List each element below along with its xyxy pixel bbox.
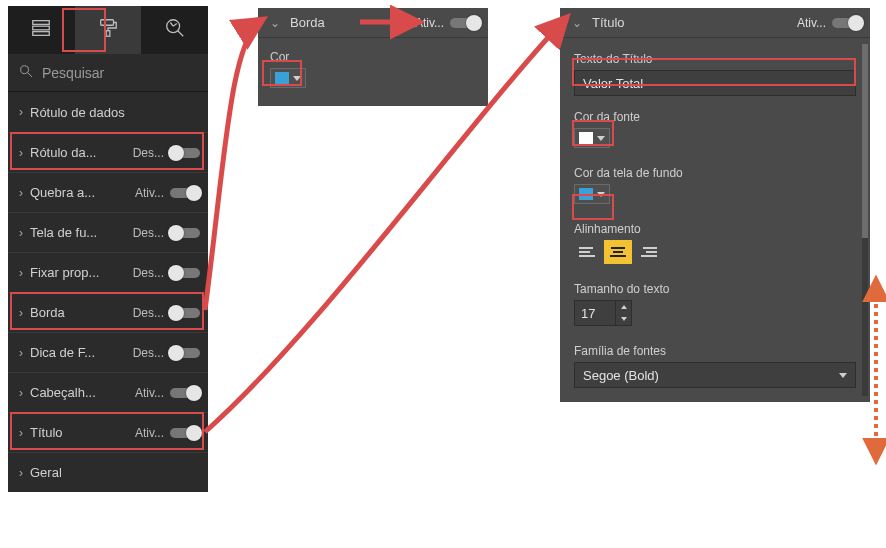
spinner-down-button[interactable]	[616, 313, 631, 325]
format-item[interactable]: ›Tela de fu...Des...	[8, 212, 208, 252]
svg-rect-2	[33, 32, 50, 36]
format-item-toggle[interactable]	[170, 188, 200, 198]
chevron-down-icon	[293, 76, 301, 81]
chevron-down-icon	[597, 136, 605, 141]
format-item-toggle[interactable]	[170, 388, 200, 398]
chevron-right-icon: ›	[12, 426, 30, 440]
panel-titulo-title: Título	[592, 15, 625, 30]
format-item-state: Ativ...	[130, 386, 164, 400]
tab-analytics[interactable]	[141, 6, 208, 54]
chevron-down-icon: ⌄	[568, 16, 586, 30]
color-swatch	[579, 188, 593, 200]
format-item-toggle[interactable]	[170, 428, 200, 438]
label-tamanho-texto: Tamanho do texto	[574, 282, 856, 296]
svg-point-7	[21, 65, 29, 73]
panel-titulo-state: Ativ...	[797, 16, 826, 30]
chevron-right-icon: ›	[12, 466, 30, 480]
color-swatch	[579, 132, 593, 144]
format-item-state: Des...	[130, 146, 164, 160]
color-picker-fonte[interactable]	[574, 128, 610, 148]
format-item-state: Des...	[130, 266, 164, 280]
chevron-right-icon: ›	[12, 266, 30, 280]
format-item[interactable]: ›Geral	[8, 452, 208, 492]
scrollbar-thumb[interactable]	[862, 44, 868, 238]
format-item[interactable]: ›Fixar prop...Des...	[8, 252, 208, 292]
spinner-up-button[interactable]	[616, 301, 631, 313]
format-item[interactable]: ›Cabeçalh...Ativ...	[8, 372, 208, 412]
format-item-state: Des...	[130, 306, 164, 320]
panel-titulo-header[interactable]: ⌄ Título Ativ...	[560, 8, 870, 38]
format-options-list: ›Rótulo de dados›Rótulo da...Des...›Queb…	[8, 92, 208, 492]
search-icon	[18, 63, 34, 83]
format-item-state: Ativ...	[130, 186, 164, 200]
format-item-state: Des...	[130, 346, 164, 360]
format-item[interactable]: ›Rótulo da...Des...	[8, 132, 208, 172]
chevron-right-icon: ›	[12, 386, 30, 400]
panel-borda-header[interactable]: ⌄ Borda Ativ...	[258, 8, 488, 38]
format-item-label: Rótulo de dados	[30, 105, 200, 120]
format-item-label: Cabeçalh...	[30, 385, 130, 400]
paint-roller-icon	[97, 17, 119, 43]
label-borda-cor: Cor	[270, 50, 476, 64]
format-item-label: Geral	[30, 465, 200, 480]
panel-titulo: ⌄ Título Ativ... Texto do Título Cor da …	[560, 8, 870, 402]
svg-rect-0	[33, 21, 50, 25]
scrollbar[interactable]	[862, 44, 868, 396]
color-picker-borda[interactable]	[270, 68, 306, 88]
chevron-right-icon: ›	[12, 346, 30, 360]
panel-borda-title: Borda	[290, 15, 325, 30]
format-item-toggle[interactable]	[170, 308, 200, 318]
chevron-right-icon: ›	[12, 186, 30, 200]
search-input[interactable]	[42, 65, 217, 81]
format-panel-sidebar: ›Rótulo de dados›Rótulo da...Des...›Queb…	[8, 6, 208, 492]
panel-borda-state: Ativ...	[415, 16, 444, 30]
format-item[interactable]: ›Rótulo de dados	[8, 92, 208, 132]
chevron-right-icon: ›	[12, 306, 30, 320]
format-item-label: Fixar prop...	[30, 265, 130, 280]
align-center-button[interactable]	[604, 240, 632, 264]
format-item-label: Rótulo da...	[30, 145, 130, 160]
format-item-label: Borda	[30, 305, 130, 320]
svg-line-6	[177, 31, 183, 37]
select-value: Segoe (Bold)	[583, 368, 659, 383]
panel-borda-toggle[interactable]	[450, 18, 480, 28]
chevron-right-icon: ›	[12, 226, 30, 240]
format-item-label: Tela de fu...	[30, 225, 130, 240]
align-right-button[interactable]	[634, 240, 662, 264]
format-item[interactable]: ›BordaDes...	[8, 292, 208, 332]
svg-line-8	[28, 73, 32, 77]
format-item-label: Quebra a...	[30, 185, 130, 200]
spinner-tamanho-texto[interactable]	[574, 300, 632, 326]
panel-borda: ⌄ Borda Ativ... Cor	[258, 8, 488, 106]
label-cor-fundo: Cor da tela de fundo	[574, 166, 856, 180]
analytics-icon	[164, 17, 186, 43]
format-item-toggle[interactable]	[170, 348, 200, 358]
tab-format[interactable]	[75, 6, 142, 54]
format-item[interactable]: ›TítuloAtiv...	[8, 412, 208, 452]
format-item-toggle[interactable]	[170, 268, 200, 278]
chevron-right-icon: ›	[12, 105, 30, 119]
label-cor-fonte: Cor da fonte	[574, 110, 856, 124]
alignment-group	[574, 240, 856, 264]
format-item[interactable]: ›Dica de F...Des...	[8, 332, 208, 372]
chevron-down-icon	[597, 192, 605, 197]
search-bar	[8, 54, 208, 92]
select-familia-fontes[interactable]: Segoe (Bold)	[574, 362, 856, 388]
panel-titulo-toggle[interactable]	[832, 18, 862, 28]
tab-fields[interactable]	[8, 6, 75, 54]
input-tamanho-texto[interactable]	[575, 301, 615, 325]
format-item-toggle[interactable]	[170, 148, 200, 158]
align-left-button[interactable]	[574, 240, 602, 264]
input-titulo-texto[interactable]	[574, 70, 856, 96]
svg-rect-4	[106, 31, 110, 37]
color-picker-fundo[interactable]	[574, 184, 610, 204]
fields-icon	[30, 17, 52, 43]
svg-rect-1	[33, 26, 50, 30]
chevron-down-icon	[839, 373, 847, 378]
format-item-label: Título	[30, 425, 130, 440]
label-alinhamento: Alinhamento	[574, 222, 856, 236]
format-item[interactable]: ›Quebra a...Ativ...	[8, 172, 208, 212]
format-item-state: Ativ...	[130, 426, 164, 440]
format-item-toggle[interactable]	[170, 228, 200, 238]
format-item-label: Dica de F...	[30, 345, 130, 360]
